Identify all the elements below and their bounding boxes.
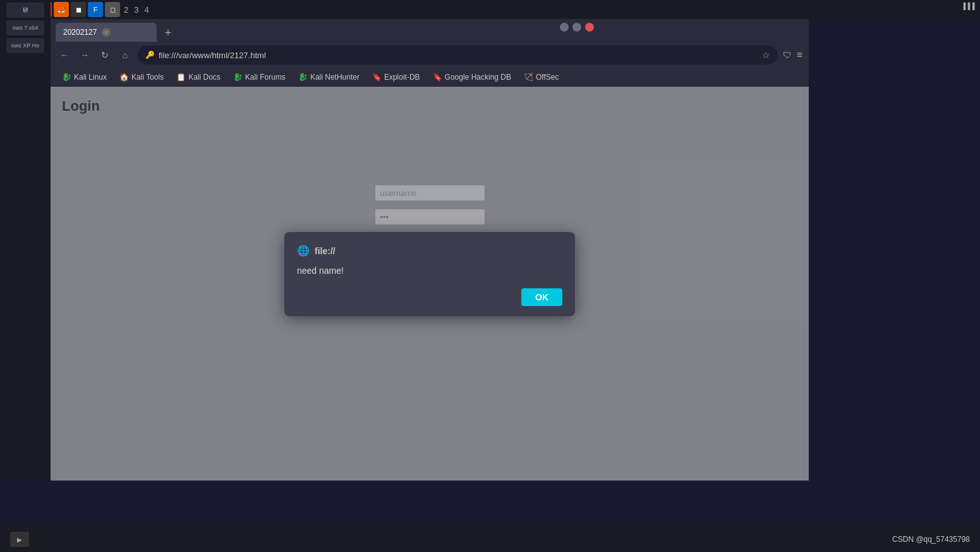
active-tab[interactable]: 20202127 ✕ xyxy=(56,23,157,42)
tab-number-2[interactable]: 3 xyxy=(132,5,140,15)
shield-icon[interactable]: 🛡 xyxy=(783,50,792,60)
alert-dialog: 🌐 file:// need name! OK xyxy=(284,232,575,316)
kali-tools-icon: 🏠 xyxy=(119,73,129,82)
minimize-button[interactable] xyxy=(560,23,569,32)
lock-icon: 🔑 xyxy=(145,51,155,59)
url-bar[interactable]: 🔑 file:///var/www/html/2127.html ☆ xyxy=(138,46,778,64)
new-tab-button[interactable]: + xyxy=(159,24,177,42)
bookmark-label: Kali Tools xyxy=(131,73,164,82)
bottom-taskbar: ▶ CSDN @qq_57435798 xyxy=(0,527,980,552)
modal-origin: file:// xyxy=(315,246,336,256)
nethunter-icon: 🐉 xyxy=(298,73,308,82)
bookmark-label: Kali Docs xyxy=(188,73,221,82)
bookmark-label: Kali Forums xyxy=(245,73,286,82)
kali-forums-icon: 🐉 xyxy=(233,73,243,82)
modal-message: need name! xyxy=(297,266,562,276)
left-sidebar: 研 ows 7 x64 ows XP Ho xyxy=(0,0,51,481)
start-button[interactable]: ▶ xyxy=(10,532,29,547)
bottom-right-text: CSDN @qq_57435798 xyxy=(892,535,970,544)
bookmark-kali-nethunter[interactable]: 🐉 Kali NetHunter xyxy=(293,71,365,83)
google-hacking-icon: 🔖 xyxy=(433,73,442,82)
url-display: file:///var/www/html/2127.html xyxy=(159,51,758,60)
bookmark-label: Kali Linux xyxy=(74,73,107,82)
bookmark-kali-forums[interactable]: 🐉 Kali Forums xyxy=(228,71,291,83)
tab-close-button[interactable]: ✕ xyxy=(102,28,111,37)
bookmark-exploit-db[interactable]: 🔖 Exploit-DB xyxy=(367,71,425,83)
taskbar-icon-firefox[interactable]: F xyxy=(88,2,103,17)
globe-icon: 🌐 xyxy=(297,245,310,257)
bookmark-label: Exploit-DB xyxy=(384,73,420,82)
modal-header: 🌐 file:// xyxy=(297,245,562,257)
kali-docs-icon: 📋 xyxy=(176,73,186,82)
sidebar-item-1[interactable]: 研 xyxy=(6,3,44,18)
bottom-left-area: ▶ xyxy=(10,532,29,547)
modal-footer: OK xyxy=(297,288,562,306)
window-controls xyxy=(560,23,594,32)
taskbar-icon-dark[interactable]: ◼ xyxy=(71,2,86,17)
bookmark-label: OffSec xyxy=(536,73,559,82)
bookmark-label: Google Hacking DB xyxy=(445,73,511,82)
bookmark-kali-tools[interactable]: 🏠 Kali Tools xyxy=(114,71,169,83)
offsec-icon: 🏹 xyxy=(524,73,533,82)
bookmarks-bar: 🐉 Kali Linux 🏠 Kali Tools 📋 Kali Docs 🐉 … xyxy=(51,68,809,87)
tab-bar: 20202127 ✕ + xyxy=(51,19,809,42)
browser-chrome: 20202127 ✕ + ← → ↻ ⌂ 🔑 file:///var/www/h… xyxy=(51,19,809,87)
home-button[interactable]: ⌂ xyxy=(118,47,133,63)
exploit-db-icon: 🔖 xyxy=(372,73,382,82)
tab-label: 20202127 xyxy=(63,28,97,37)
page-content: Login Login 🌐 file:// need name! OK xyxy=(51,87,809,481)
taskbar-icon-sq[interactable]: ◻ xyxy=(105,2,120,17)
close-button[interactable] xyxy=(585,23,594,32)
browser-window: 20202127 ✕ + ← → ↻ ⌂ 🔑 file:///var/www/h… xyxy=(51,19,809,481)
forward-button[interactable]: → xyxy=(77,47,92,63)
bookmark-kali-docs[interactable]: 📋 Kali Docs xyxy=(171,71,226,83)
bookmark-google-hacking-db[interactable]: 🔖 Google Hacking DB xyxy=(428,71,516,83)
sidebar-item-2[interactable]: ows 7 x64 xyxy=(6,20,44,35)
sidebar-item-3[interactable]: ows XP Ho xyxy=(6,38,44,53)
maximize-button[interactable] xyxy=(572,23,581,32)
modal-ok-button[interactable]: OK xyxy=(521,288,562,306)
url-bar-row: ← → ↻ ⌂ 🔑 file:///var/www/html/2127.html… xyxy=(51,42,809,68)
menu-icon[interactable]: ≡ xyxy=(797,49,802,61)
bookmark-offsec[interactable]: 🏹 OffSec xyxy=(519,71,564,83)
taskbar-icon-fox[interactable]: 🦊 xyxy=(54,2,69,17)
top-taskbar: K ✉ ● 🦊 ◼ F ◻ 2 3 4 ▌▌▌ xyxy=(0,0,980,19)
bookmark-kali-linux[interactable]: 🐉 Kali Linux xyxy=(57,71,112,83)
tab-number-1[interactable]: 2 xyxy=(122,5,130,15)
tab-number-3[interactable]: 4 xyxy=(142,5,150,15)
refresh-button[interactable]: ↻ xyxy=(97,47,112,63)
kali-linux-icon: 🐉 xyxy=(62,73,71,82)
bookmark-label: Kali NetHunter xyxy=(310,73,360,82)
signal-indicator: ▌▌▌ xyxy=(964,3,977,9)
bookmark-star-icon[interactable]: ☆ xyxy=(762,50,770,60)
back-button[interactable]: ← xyxy=(57,47,72,63)
